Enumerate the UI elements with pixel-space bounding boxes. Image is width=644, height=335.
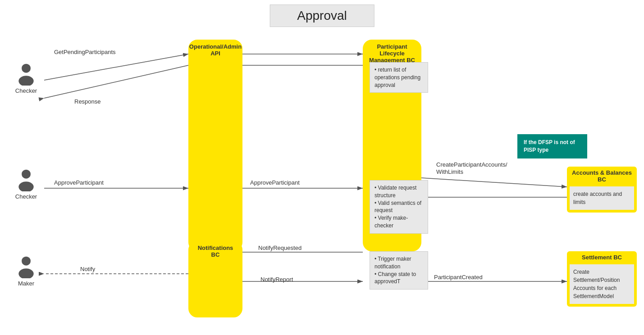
svg-line-2 xyxy=(44,54,188,80)
settlement-box: Settlement BC Create Settlement/Position… xyxy=(567,251,637,307)
arrow-label-notify: Notify xyxy=(80,266,95,272)
teal-pisp-note-text: If the DFSP is not of PISP type xyxy=(524,139,575,153)
accounts-balances-label: Accounts & Balances BC xyxy=(568,168,636,185)
arrow-label-approve-participant-1: ApproveParticipant xyxy=(54,179,104,186)
swimlane-operational-api: Operational/Admin API xyxy=(188,40,242,251)
arrow-label-get-pending: GetPendingParticipants xyxy=(54,49,116,55)
actor-label-checker2: Checker xyxy=(15,193,37,200)
svg-line-8 xyxy=(421,178,567,187)
arrow-label-approve-participant-2: ApproveParticipant xyxy=(250,179,300,186)
swimlane-notifications-bc-label: Notifications BC xyxy=(189,242,242,261)
actor-checker1: Checker xyxy=(8,63,44,94)
arrow-label-create-accounts-1: CreateParticipantAccounts/ xyxy=(436,161,507,168)
settlement-box-label: Settlement BC xyxy=(568,252,636,263)
svg-point-19 xyxy=(18,268,33,278)
person-icon-maker xyxy=(15,256,37,278)
actor-label-checker1: Checker xyxy=(15,87,37,94)
arrow-label-create-accounts-2: WithLimits xyxy=(436,168,463,175)
note-pending-approval-text: • return list of operations pending appr… xyxy=(375,67,420,88)
svg-point-16 xyxy=(22,170,31,179)
svg-point-17 xyxy=(18,181,33,191)
accounts-balances-content: create accounts and limits xyxy=(570,186,634,210)
accounts-balances-box: Accounts & Balances BC create accounts a… xyxy=(567,167,637,213)
actor-maker: Maker xyxy=(8,256,44,287)
note-notify: • Trigger maker notification• Change sta… xyxy=(370,251,428,290)
person-icon-checker2 xyxy=(15,169,37,191)
svg-point-15 xyxy=(18,76,33,86)
actor-label-maker: Maker xyxy=(18,280,34,287)
teal-pisp-note: If the DFSP is not of PISP type xyxy=(517,134,587,158)
arrow-label-participant-created: ParticipantCreated xyxy=(434,274,483,281)
arrow-label-response: Response xyxy=(74,98,101,105)
actor-checker2: Checker xyxy=(8,169,44,200)
settlement-box-content: Create Settlement/Position Accounts for … xyxy=(570,264,634,304)
note-validate-text: • Validate request structure• Valid sema… xyxy=(375,185,421,229)
svg-line-3 xyxy=(44,65,188,98)
arrow-label-notify-requested: NotifyRequested xyxy=(258,244,301,251)
swimlane-operational-api-label: Operational/Admin API xyxy=(186,41,245,59)
note-validate: • Validate request structure• Valid sema… xyxy=(370,180,428,234)
note-pending-approval: • return list of operations pending appr… xyxy=(370,62,428,93)
svg-point-18 xyxy=(22,257,31,266)
diagram-container: Approval xyxy=(0,0,644,335)
note-notify-text: • Trigger maker notification• Change sta… xyxy=(375,256,416,285)
person-icon-checker1 xyxy=(15,63,37,86)
svg-point-14 xyxy=(22,64,31,73)
swimlane-notifications-bc: Notifications BC xyxy=(188,241,242,317)
diagram-title: Approval xyxy=(269,5,375,27)
arrow-label-notify-report: NotifyReport xyxy=(260,276,293,283)
